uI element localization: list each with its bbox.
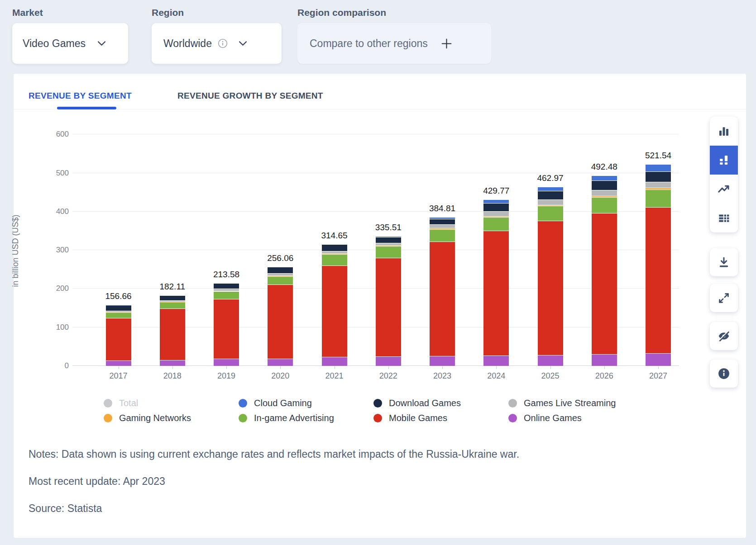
bar-segment-mobile-games[interactable] [322, 266, 347, 357]
x-axis-tick [280, 366, 281, 369]
toolbar-button-line-chart[interactable] [710, 175, 738, 204]
bar-segment-in-game-advertising[interactable] [214, 292, 239, 299]
stacked-bar-chart: 156.662017182.112018213.582019256.062020… [72, 133, 679, 366]
table-icon [717, 211, 731, 225]
bar-segment-games-live-streaming[interactable] [646, 182, 671, 189]
bar-segment-games-live-streaming[interactable] [483, 212, 509, 217]
bar-segment-in-game-advertising[interactable] [592, 198, 617, 213]
bar-segment-cloud-gaming[interactable] [646, 165, 671, 172]
toolbar-button-download[interactable] [710, 248, 738, 276]
market-dropdown[interactable]: Video Games [12, 23, 128, 64]
bar-segment-mobile-games[interactable] [106, 318, 131, 361]
bar-segment-in-game-advertising[interactable] [322, 255, 347, 266]
tab-revenue-by-segment[interactable]: REVENUE BY SEGMENT [29, 91, 132, 101]
info-circle-icon[interactable] [218, 38, 228, 48]
compare-regions-button[interactable]: Compare to other regions [297, 23, 491, 64]
bar-segment-mobile-games[interactable] [538, 221, 563, 355]
bar-segment-in-game-advertising[interactable] [430, 230, 455, 242]
bar-segment-download-games[interactable] [268, 267, 293, 273]
bar-segment-mobile-games[interactable] [592, 213, 617, 355]
toolbar-button-table[interactable] [710, 204, 738, 232]
bar-2025[interactable]: 462.97 [538, 187, 563, 366]
bar-segment-download-games[interactable] [160, 296, 185, 301]
chart-type-toolbar [710, 117, 738, 232]
bar-segment-download-games[interactable] [592, 181, 617, 190]
bar-2021[interactable]: 314.65 [322, 245, 347, 366]
bar-segment-mobile-games[interactable] [483, 231, 509, 356]
legend-item-download-games[interactable]: Download Games [373, 398, 461, 408]
toolbar-button-stacked-bar-chart[interactable] [710, 146, 738, 175]
bar-segment-download-games[interactable] [430, 219, 455, 225]
bar-segment-games-live-streaming[interactable] [430, 225, 455, 228]
bar-segment-download-games[interactable] [376, 237, 401, 243]
bar-segment-online-games[interactable] [268, 359, 293, 366]
bar-segment-online-games[interactable] [646, 354, 671, 366]
toolbar-button-bar-chart[interactable] [710, 117, 738, 146]
bar-segment-in-game-advertising[interactable] [646, 190, 671, 208]
bar-segment-mobile-games[interactable] [430, 242, 455, 356]
bar-segment-cloud-gaming[interactable] [592, 176, 617, 181]
bar-segment-in-game-advertising[interactable] [268, 277, 293, 285]
bar-2022[interactable]: 335.51 [376, 237, 401, 366]
bar-segment-cloud-gaming[interactable] [538, 187, 563, 191]
bar-segment-download-games[interactable] [483, 204, 509, 212]
gridline-500 [72, 173, 679, 173]
region-dropdown[interactable]: Worldwide [152, 23, 282, 64]
bar-2020[interactable]: 256.06 [268, 267, 293, 366]
x-axis-label-2022: 2022 [368, 371, 409, 381]
bar-total-label: 156.66 [105, 291, 131, 301]
bar-segment-in-game-advertising[interactable] [538, 206, 563, 221]
bar-2024[interactable]: 429.77 [483, 200, 509, 366]
bar-2027[interactable]: 521.54 [646, 165, 671, 366]
bar-2023[interactable]: 384.81 [430, 218, 455, 366]
bar-segment-mobile-games[interactable] [214, 299, 239, 359]
legend-item-gaming-networks[interactable]: Gaming Networks [104, 412, 191, 423]
bar-segment-download-games[interactable] [538, 191, 563, 200]
bar-segment-online-games[interactable] [106, 361, 131, 366]
bar-segment-in-game-advertising[interactable] [483, 218, 509, 231]
bar-2026[interactable]: 492.48 [592, 176, 617, 366]
bar-2019[interactable]: 213.58 [214, 284, 239, 366]
bar-segment-download-games[interactable] [322, 245, 347, 251]
bar-segment-online-games[interactable] [160, 360, 185, 366]
region-filter-label: Region [152, 7, 184, 18]
bar-segment-mobile-games[interactable] [268, 285, 293, 359]
bar-segment-online-games[interactable] [538, 355, 563, 366]
x-axis-label-2027: 2027 [638, 371, 679, 381]
bar-segment-online-games[interactable] [483, 356, 509, 366]
bar-segment-download-games[interactable] [646, 172, 671, 182]
bar-segment-games-live-streaming[interactable] [538, 200, 563, 205]
bar-segment-download-games[interactable] [106, 306, 131, 312]
bar-segment-online-games[interactable] [376, 357, 401, 366]
legend-item-cloud-gaming[interactable]: Cloud Gaming [239, 398, 312, 408]
bar-segment-cloud-gaming[interactable] [483, 200, 509, 203]
region-dropdown-value: Worldwide [163, 38, 212, 50]
bar-segment-mobile-games[interactable] [376, 258, 401, 357]
bar-segment-mobile-games[interactable] [646, 208, 671, 354]
bar-segment-online-games[interactable] [214, 359, 239, 366]
legend-item-games-live-streaming[interactable]: Games Live Streaming [508, 398, 616, 408]
legend-item-online-games[interactable]: Online Games [508, 412, 582, 423]
tab-revenue-growth-by-segment[interactable]: REVENUE GROWTH BY SEGMENT [177, 91, 323, 101]
legend-item-in-game-advertising[interactable]: In-game Advertising [239, 412, 334, 423]
bar-2018[interactable]: 182.11 [160, 296, 185, 366]
bar-segment-games-live-streaming[interactable] [592, 190, 617, 196]
bar-segment-in-game-advertising[interactable] [106, 313, 131, 318]
bar-segment-mobile-games[interactable] [160, 309, 185, 360]
market-filter-label: Market [12, 7, 43, 18]
bar-segment-download-games[interactable] [214, 284, 239, 289]
stacked-bar-chart-icon [717, 153, 731, 167]
legend-item-total[interactable]: Total [104, 398, 138, 408]
legend-item-mobile-games[interactable]: Mobile Games [373, 412, 447, 423]
bar-segment-in-game-advertising[interactable] [376, 246, 401, 258]
bar-segment-online-games[interactable] [322, 357, 347, 366]
bar-segment-online-games[interactable] [592, 355, 617, 366]
toolbar-button-expand[interactable] [710, 284, 738, 312]
x-axis-label-2018: 2018 [152, 371, 193, 381]
bar-total-label: 521.54 [645, 151, 671, 161]
toolbar-button-info[interactable] [710, 360, 738, 388]
toolbar-button-hide[interactable] [710, 322, 738, 350]
bar-segment-online-games[interactable] [430, 356, 455, 366]
bar-segment-in-game-advertising[interactable] [160, 303, 185, 309]
bar-2017[interactable]: 156.66 [106, 305, 131, 366]
